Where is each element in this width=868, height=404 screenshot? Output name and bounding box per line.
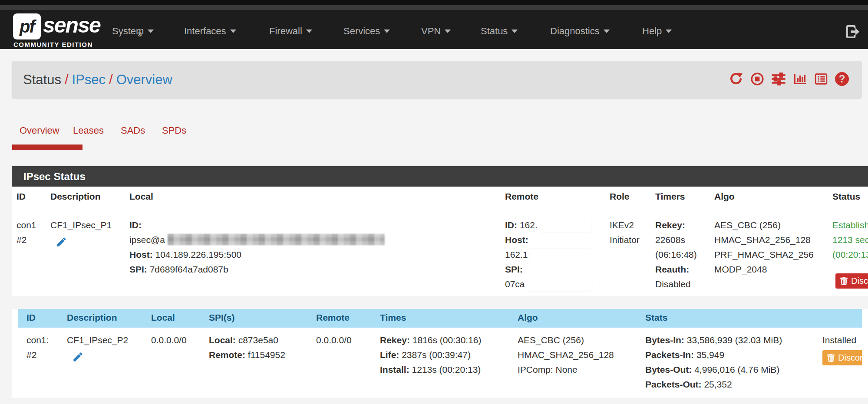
breadcrumb-separator: / xyxy=(106,72,116,87)
col-header-timers: Timers xyxy=(650,187,710,208)
redacted-block xyxy=(527,278,592,291)
col-header-stats: Stats xyxy=(637,309,814,328)
cell-spis: Local: c873e5a0 Remote: f1154952 xyxy=(201,328,308,392)
breadcrumb: Status/IPsec/Overview xyxy=(23,72,172,88)
cell-description: CF1_IPsec_P2 xyxy=(59,328,143,392)
status-list-icon[interactable] xyxy=(814,72,828,86)
nav-menu-interfaces[interactable]: Interfaces xyxy=(184,26,236,37)
col-header-local: Local xyxy=(125,187,500,208)
cell-id: con1: #2 xyxy=(18,328,59,392)
col-header-times: Times xyxy=(372,309,509,328)
tab-overview[interactable]: Overview xyxy=(20,125,59,136)
col-header-algo: Algo xyxy=(710,187,828,208)
col-header-role: Role xyxy=(605,187,650,208)
nav-menu-help[interactable]: Help xyxy=(642,26,672,37)
redacted-block xyxy=(539,219,591,232)
edit-pencil-icon[interactable] xyxy=(56,236,67,250)
cell-local: 0.0.0.0/0 xyxy=(143,328,201,392)
col-header-description: Description xyxy=(46,187,125,208)
breadcrumb-separator: / xyxy=(61,72,72,87)
logo-pf-text: pf xyxy=(20,17,34,36)
stop-icon[interactable] xyxy=(750,72,765,86)
tab-leases[interactable]: Leases xyxy=(73,125,104,136)
logo-sense-text: sense xyxy=(43,13,100,38)
breadcrumb-link-overview[interactable]: Overview xyxy=(116,72,172,87)
refresh-icon[interactable] xyxy=(729,72,743,86)
logout-icon[interactable] xyxy=(844,23,861,40)
caret-down-icon xyxy=(445,30,451,33)
nav-menu-system[interactable]: System xyxy=(112,26,154,37)
cell-description: CF1_IPsec_P1 xyxy=(46,208,125,292)
nav-menu-vpn[interactable]: VPN xyxy=(421,26,451,37)
col-header-remote: Remote xyxy=(500,187,605,208)
main-navbar: pf sense ® COMMUNITY EDITION System Inte… xyxy=(0,10,868,49)
breadcrumb-bar: Status/IPsec/Overview xyxy=(12,61,862,99)
pfsense-logo-box: pf xyxy=(13,13,41,39)
cell-algo: AES_CBC (256) HMAC_SHA2_256_128 PRF_HMAC… xyxy=(710,208,828,292)
disconnect-button[interactable]: Disconnect xyxy=(822,350,862,365)
bar-chart-icon[interactable] xyxy=(792,72,807,86)
cell-status: Installed Disconnect xyxy=(814,328,862,392)
nav-menu-status[interactable]: Status xyxy=(481,26,518,37)
tab-spds[interactable]: SPDs xyxy=(162,125,186,136)
nav-menu-diagnostics[interactable]: Diagnostics xyxy=(550,26,610,37)
breadcrumb-section: Status xyxy=(23,72,61,87)
pfsense-app-window: pf sense ® COMMUNITY EDITION System Inte… xyxy=(0,0,868,404)
cell-stats: Bytes-In: 33,586,939 (32.03 MiB) Packets… xyxy=(637,328,814,392)
table-row: con1 #2 CF1_IPsec_P1 ID: ipsec@a Host: 1… xyxy=(12,208,868,292)
ipsec-status-table: ID Description Local Remote Role Timers … xyxy=(12,187,868,296)
cell-times: Rekey: 1816s (00:30:16) Life: 2387s (00:… xyxy=(372,328,509,392)
child-sa-table: ID Description Local SPI(s) Remote Times… xyxy=(18,309,862,398)
col-header-spis: SPI(s) xyxy=(201,309,308,328)
cell-remote: ID: 162. Host: 162.1 SPI: 07ca xyxy=(500,208,605,292)
panel-title: IPsec Status xyxy=(12,166,868,187)
page-action-toolbar: ? xyxy=(729,72,849,86)
window-title-strip xyxy=(0,5,868,10)
breadcrumb-link-ipsec[interactable]: IPsec xyxy=(72,72,106,87)
redacted-block xyxy=(530,249,591,262)
trash-icon xyxy=(840,277,848,285)
cell-timers: Rekey: 22608s (06:16:48) Reauth: Disable… xyxy=(650,208,710,292)
caret-down-icon xyxy=(230,30,236,33)
edit-pencil-icon[interactable] xyxy=(72,351,84,365)
nav-menu-firewall[interactable]: Firewall xyxy=(269,26,312,37)
col-header-local: Local xyxy=(143,309,201,328)
caret-down-icon xyxy=(512,30,518,33)
active-tab-indicator xyxy=(12,145,83,150)
cell-id: con1 #2 xyxy=(12,208,46,292)
caret-down-icon xyxy=(666,30,672,33)
cell-role: IKEv2 Initiator xyxy=(605,208,650,292)
cell-status: Established 1213 seconds (00:20:13) Disc… xyxy=(828,208,868,292)
col-header-status: Status xyxy=(828,187,868,208)
col-header-actions xyxy=(814,309,862,328)
caret-down-icon xyxy=(384,30,390,33)
status-text: Installed xyxy=(822,333,862,348)
cell-local: ID: ipsec@a Host: 104.189.226.195:500 SP… xyxy=(125,208,500,292)
caret-down-icon xyxy=(306,30,312,33)
col-header-id: ID xyxy=(18,309,59,328)
trash-icon xyxy=(827,354,835,362)
help-icon[interactable]: ? xyxy=(835,72,849,86)
tab-sads[interactable]: SADs xyxy=(121,125,145,136)
disconnect-button[interactable]: Disconnect xyxy=(835,273,868,289)
logo-tagline: COMMUNITY EDITION xyxy=(13,41,93,48)
caret-down-icon xyxy=(148,30,154,33)
cell-remote: 0.0.0.0/0 xyxy=(308,328,372,392)
status-text: Established xyxy=(832,218,868,233)
window-top-strip xyxy=(0,0,868,5)
caret-down-icon xyxy=(604,30,610,33)
nav-menu-services[interactable]: Services xyxy=(343,26,390,37)
col-header-remote: Remote xyxy=(308,309,372,328)
col-header-id: ID xyxy=(12,187,46,208)
redacted-mosaic xyxy=(168,234,385,245)
child-sa-header-row: ID Description Local SPI(s) Remote Times… xyxy=(18,309,862,328)
filter-sliders-icon[interactable] xyxy=(771,72,786,86)
ipsec-status-header-row: ID Description Local Remote Role Timers … xyxy=(12,187,868,208)
col-header-description: Description xyxy=(59,309,143,328)
col-header-algo: Algo xyxy=(509,309,637,328)
table-row: con1: #2 CF1_IPsec_P2 0.0.0.0/0 Local: c… xyxy=(18,328,862,392)
cell-algo: AES_CBC (256) HMAC_SHA2_256_128 IPComp: … xyxy=(509,328,637,392)
